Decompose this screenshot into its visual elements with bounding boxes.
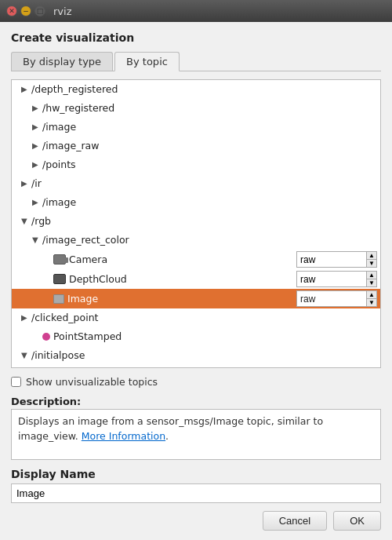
depthcloud-type-up[interactable]: ▲ (367, 272, 376, 279)
label-camera: Camera (69, 252, 107, 268)
arrow-image1: ▶ (32, 121, 40, 133)
arrow-ir-image: ▶ (32, 196, 40, 209)
camera-type-spinners[interactable]: ▲ ▼ (367, 251, 377, 268)
label-depthcloud: DepthCloud (69, 272, 127, 287)
arrow-image-raw: ▶ (32, 140, 40, 152)
display-name-input[interactable] (11, 483, 381, 503)
tree-item-image-rect-color[interactable]: ▼ /image_rect_color (12, 231, 380, 250)
action-buttons: Cancel OK (11, 511, 381, 531)
arrow-clicked-point: ▶ (21, 312, 29, 324)
depthcloud-type-select[interactable]: rawcompressedtheora (296, 271, 367, 287)
label-depth-registered: /depth_registered (31, 82, 377, 97)
tab-bar: By display type By topic (11, 52, 381, 71)
label-image1: /image (42, 119, 377, 135)
label-pointstamped: PointStamped (53, 329, 377, 345)
display-name-section: Display Name (11, 468, 381, 503)
camera-type-select[interactable]: rawcompressedtheora (296, 251, 367, 268)
tab-by-topic[interactable]: By topic (114, 52, 180, 71)
tree-item-hw-registered[interactable]: ▶ /hw_registered (12, 99, 380, 118)
arrow-image-rect-color: ▼ (32, 234, 40, 246)
arrow-depth-registered: ▶ (21, 83, 29, 96)
image-type-select-wrapper[interactable]: rawcompressedtheora ▲ ▼ (292, 290, 377, 307)
show-unvisualizable-row: Show unvisualizable topics (11, 376, 381, 388)
dot-pointstamped (42, 333, 50, 341)
description-label: Description: (11, 396, 381, 407)
tab-by-display-type[interactable]: By display type (11, 52, 113, 71)
window-controls[interactable]: ✕ − □ (6, 5, 45, 16)
camera-type-select-wrapper[interactable]: rawcompressedtheora ▲ ▼ (292, 251, 377, 268)
description-section: Description: Displays an image from a se… (11, 396, 381, 460)
tree-item-image1[interactable]: ▶ /image (12, 118, 380, 137)
tree-item-image-raw[interactable]: ▶ /image_raw (12, 137, 380, 155)
depthcloud-type-down[interactable]: ▼ (367, 279, 376, 286)
tree-item-points[interactable]: ▶ /points (12, 155, 380, 174)
label-hw-registered: /hw_registered (42, 100, 377, 116)
label-ir: /ir (31, 176, 377, 192)
arrow-ir: ▶ (21, 177, 29, 190)
title-bar: ✕ − □ rviz (0, 0, 392, 22)
arrow-initialpose: ▼ (21, 349, 29, 362)
image-type-select[interactable]: rawcompressedtheora (296, 290, 367, 307)
arrow-hw-registered: ▶ (32, 102, 40, 115)
show-unvisualizable-label[interactable]: Show unvisualizable topics (26, 376, 158, 388)
image-type-spinners[interactable]: ▲ ▼ (367, 290, 377, 307)
minimize-button[interactable]: − (20, 5, 31, 16)
tree-item-camera[interactable]: Camera rawcompressedtheora ▲ ▼ (12, 250, 380, 269)
arrow-rgb: ▼ (21, 215, 29, 228)
tree-item-depth-registered[interactable]: ▶ /depth_registered (12, 80, 380, 99)
camera-type-up[interactable]: ▲ (367, 252, 376, 260)
description-text2: . (165, 430, 169, 442)
label-ir-image: /image (42, 195, 377, 210)
window-title: rviz (53, 5, 71, 17)
label-image-raw: /image_raw (42, 138, 377, 154)
tree-panel: ▶ /depth_registered ▶ /hw_registered ▶ /… (11, 79, 381, 368)
tree-item-ir-image[interactable]: ▶ /image (12, 193, 380, 212)
depthcloud-type-spinners[interactable]: ▲ ▼ (367, 271, 377, 287)
label-initialpose: /initialpose (31, 348, 377, 363)
display-name-label: Display Name (11, 468, 381, 480)
label-image2: Image (67, 291, 98, 307)
show-unvisualizable-checkbox[interactable] (11, 377, 21, 387)
camera-type-down[interactable]: ▼ (367, 260, 376, 267)
label-image-rect-color: /image_rect_color (42, 232, 377, 248)
description-box: Displays an image from a sensor_msgs/Ima… (11, 409, 381, 460)
description-text1: Displays an image from a sensor_msgs/Ima… (18, 415, 323, 442)
tree-item-clicked-point[interactable]: ▶ /clicked_point (12, 308, 380, 327)
tree-item-initialpose[interactable]: ▼ /initialpose (12, 346, 380, 365)
tree-item-rgb[interactable]: ▼ /rgb (12, 212, 380, 231)
label-rgb: /rgb (31, 213, 377, 229)
label-points: /points (42, 157, 377, 173)
tree-item-ir[interactable]: ▶ /ir (12, 174, 380, 193)
image-type-up[interactable]: ▲ (367, 291, 376, 299)
image-type-down[interactable]: ▼ (367, 299, 376, 306)
maximize-button[interactable]: □ (34, 5, 45, 16)
more-information-link[interactable]: More Information (82, 430, 165, 442)
ok-button[interactable]: OK (333, 511, 381, 531)
tree-item-pointstamped[interactable]: PointStamped (12, 327, 380, 346)
arrow-points: ▶ (32, 159, 40, 171)
tree-item-depthcloud[interactable]: DepthCloud rawcompressedtheora ▲ ▼ (12, 269, 380, 289)
close-button[interactable]: ✕ (6, 5, 17, 16)
dialog-heading: Create visualization (11, 31, 381, 44)
tree-item-image2[interactable]: Image rawcompressedtheora ▲ ▼ (12, 289, 380, 308)
tree-scroll-area[interactable]: ▶ /depth_registered ▶ /hw_registered ▶ /… (12, 80, 380, 367)
label-clicked-point: /clicked_point (31, 310, 377, 326)
cancel-button[interactable]: Cancel (263, 511, 327, 531)
depthcloud-type-select-wrapper[interactable]: rawcompressedtheora ▲ ▼ (292, 271, 377, 287)
dialog: Create visualization By display type By … (0, 22, 392, 540)
